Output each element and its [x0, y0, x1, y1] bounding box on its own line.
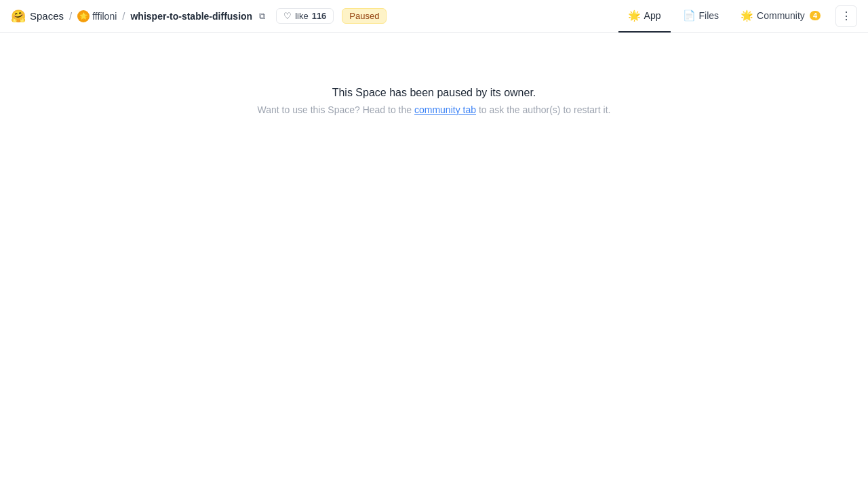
tab-community[interactable]: 🌟 Community 4 — [731, 0, 830, 33]
files-tab-icon: 📄 — [683, 9, 696, 22]
app-tab-label: App — [644, 10, 661, 21]
navbar: 🤗 Spaces / 🌟 fffiloni / whisper-to-stabl… — [0, 0, 868, 33]
paused-subtitle-before: Want to use this Space? Head to the — [258, 104, 414, 115]
author-avatar: 🌟 — [77, 10, 90, 22]
navbar-left: 🤗 Spaces / 🌟 fffiloni / whisper-to-stabl… — [11, 8, 610, 24]
tab-app[interactable]: 🌟 App — [618, 0, 671, 33]
slash-separator: / — [122, 10, 125, 22]
files-tab-label: Files — [699, 10, 719, 21]
author-name: fffiloni — [92, 11, 117, 22]
tab-files[interactable]: 📄 Files — [673, 0, 729, 33]
main-content: This Space has been paused by its owner.… — [0, 33, 868, 115]
paused-title: This Space has been paused by its owner. — [332, 87, 536, 99]
community-tab-icon: 🌟 — [741, 9, 753, 22]
author-link[interactable]: 🌟 fffiloni — [77, 10, 117, 22]
like-button[interactable]: ♡ like 116 — [276, 8, 334, 24]
community-badge: 4 — [810, 11, 821, 20]
community-tab-link[interactable]: community tab — [414, 104, 476, 115]
paused-subtitle: Want to use this Space? Head to the comm… — [258, 104, 611, 115]
like-label: like — [295, 11, 309, 21]
more-options-button[interactable]: ⋮ — [835, 5, 857, 27]
repo-name: whisper-to-stable-diffusion — [130, 11, 252, 22]
app-tab-icon: 🌟 — [628, 9, 641, 22]
paused-badge: Paused — [342, 8, 387, 24]
like-count: 116 — [312, 11, 327, 21]
separator: / — [69, 10, 72, 22]
community-tab-label: Community — [757, 10, 805, 21]
spaces-emoji-icon: 🤗 — [11, 9, 26, 24]
spaces-label: Spaces — [30, 10, 64, 22]
copy-icon[interactable]: ⧉ — [259, 11, 265, 22]
spaces-link[interactable]: 🤗 Spaces — [11, 9, 64, 24]
paused-subtitle-after: to ask the author(s) to restart it. — [476, 104, 610, 115]
navbar-right: 🌟 App 📄 Files 🌟 Community 4 ⋮ — [618, 0, 857, 32]
more-icon: ⋮ — [841, 9, 852, 22]
heart-icon: ♡ — [283, 11, 292, 21]
